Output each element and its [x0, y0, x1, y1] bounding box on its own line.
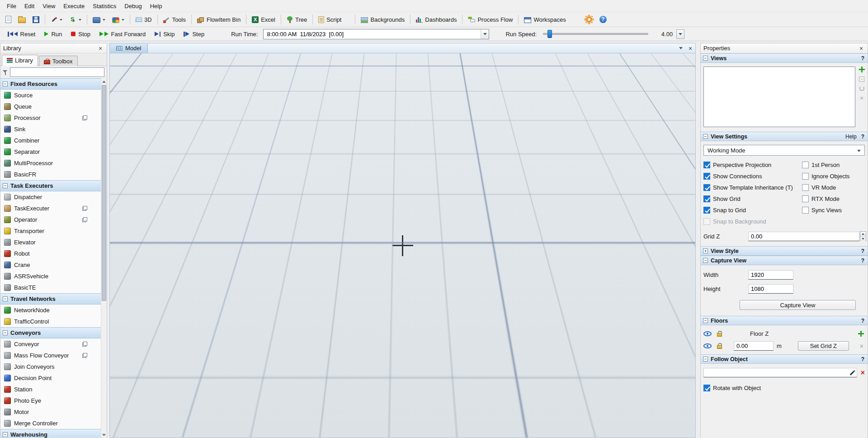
library-row[interactable]: Crane [0, 259, 101, 271]
checkbox[interactable] [802, 184, 809, 191]
copy-variant-icon[interactable] [82, 342, 87, 347]
scroll-down-icon[interactable] [101, 432, 107, 438]
add-floor-icon[interactable] [858, 331, 864, 337]
checkbox-row[interactable]: Snap to Background [703, 216, 801, 227]
scroll-up-icon[interactable] [101, 78, 107, 85]
tree-button[interactable]: Tree [283, 14, 310, 25]
library-row[interactable]: Task Executers [0, 180, 101, 191]
copy-variant-icon[interactable] [82, 217, 87, 222]
run-time-input[interactable] [263, 29, 489, 39]
process-flow-button[interactable]: Process Flow [465, 14, 516, 25]
reset-button[interactable]: Reset [4, 29, 39, 40]
dashboards-button[interactable]: Dashboards [413, 14, 460, 25]
dropdown-arrow-icon[interactable] [79, 19, 81, 22]
scrollbar-thumb[interactable] [102, 85, 106, 301]
library-row[interactable]: Transporter [0, 225, 101, 237]
library-row[interactable]: Join Conveyors [0, 361, 101, 372]
tab-list-dropdown-icon[interactable] [676, 43, 685, 53]
excel-button[interactable]: Excel [249, 14, 278, 25]
rotate-with-object-row[interactable]: Rotate with Object [703, 385, 865, 391]
copy-variant-icon[interactable] [82, 115, 87, 120]
help-icon[interactable]: ? [860, 356, 865, 362]
library-row[interactable]: TrafficControl [0, 316, 101, 327]
checkbox-row[interactable]: Perspective Projection [703, 159, 801, 171]
collapse-section-icon[interactable] [3, 296, 8, 301]
fast-forward-button[interactable]: Fast Forward [95, 29, 150, 40]
checkbox-row[interactable]: Ignore Objects [802, 171, 867, 182]
model-3d-viewport[interactable] [109, 53, 696, 438]
collapse-section-icon[interactable] [3, 330, 8, 335]
visibility-eye-icon[interactable] [703, 343, 712, 348]
library-row[interactable]: Elevator [0, 237, 101, 248]
checkbox[interactable] [802, 207, 809, 214]
library-row[interactable]: Station [0, 384, 101, 395]
collapse-section-icon[interactable] [3, 183, 8, 188]
checkbox-row[interactable]: Show Template Inheritance (T) [703, 182, 801, 193]
capture-height-input[interactable] [748, 284, 793, 294]
library-row[interactable]: Combiner [0, 135, 101, 146]
floor-z-input[interactable] [734, 341, 774, 351]
checkbox[interactable] [802, 162, 809, 168]
close-library-icon[interactable] [97, 45, 104, 52]
dropdown-arrow-icon[interactable] [103, 19, 105, 22]
backgrounds-button[interactable]: Backgrounds [358, 14, 408, 25]
view-mode-select[interactable]: Working Mode [703, 145, 865, 156]
floors-section-header[interactable]: Floors ? [701, 316, 868, 325]
library-row[interactable]: Queue [0, 101, 101, 112]
delete-floor-icon[interactable] [860, 343, 863, 349]
help-icon[interactable]: ? [860, 133, 865, 140]
view-style-section-header[interactable]: View Style ? [701, 246, 868, 256]
help-icon[interactable]: ? [860, 257, 865, 264]
library-row[interactable]: Travel Networks [0, 293, 101, 305]
clear-follow-icon[interactable] [861, 369, 865, 376]
checkbox[interactable] [703, 207, 710, 214]
lock-icon[interactable] [717, 345, 722, 349]
tools-button[interactable]: Tools [160, 14, 189, 25]
views-list[interactable] [703, 67, 855, 127]
run-button[interactable]: Run [40, 29, 66, 40]
collapse-section-icon[interactable] [3, 81, 8, 86]
menu-item[interactable]: View [38, 1, 59, 11]
help-icon[interactable]: ? [860, 248, 865, 254]
checkbox-row[interactable]: Show Connections [703, 171, 801, 182]
connect-objects-button[interactable] [66, 14, 85, 25]
library-row[interactable]: Separator [0, 146, 101, 157]
capture-view-section-header[interactable]: Capture View ? [701, 256, 868, 265]
object-color-button[interactable] [90, 14, 108, 25]
dropdown-arrow-icon[interactable] [60, 19, 62, 22]
run-time-dropdown-icon[interactable] [481, 29, 489, 39]
lock-icon[interactable] [717, 333, 722, 337]
follow-target-input[interactable] [703, 368, 857, 377]
menu-item[interactable]: File [3, 1, 20, 11]
help-button[interactable] [596, 14, 610, 25]
checkbox[interactable] [703, 162, 710, 168]
checkbox[interactable] [802, 195, 809, 202]
add-view-icon[interactable] [859, 67, 865, 72]
sampler-icon[interactable] [849, 370, 855, 376]
view-settings-section-header[interactable]: View Settings Help ? [701, 132, 868, 141]
follow-object-section-header[interactable]: Follow Object ? [701, 354, 868, 364]
slider-thumb[interactable] [547, 30, 552, 38]
checkbox[interactable] [703, 218, 710, 225]
checkbox-row[interactable]: VR Mode [802, 182, 867, 193]
checkbox[interactable] [703, 385, 710, 391]
collapse-icon[interactable] [703, 357, 708, 362]
menu-item[interactable]: Execute [59, 1, 89, 11]
checkbox-row[interactable]: Sync Views [802, 205, 867, 216]
palette-button[interactable] [109, 14, 127, 25]
library-row[interactable]: BasicFR [0, 169, 101, 180]
visibility-eye-icon[interactable] [703, 331, 712, 336]
new-model-button[interactable] [2, 14, 14, 25]
menu-item[interactable]: Edit [20, 1, 38, 11]
checkbox-row[interactable]: RTX Mode [802, 193, 867, 205]
capture-width-input[interactable] [748, 270, 793, 280]
tab-model[interactable]: Model [110, 43, 148, 53]
library-row[interactable]: Dispatcher [0, 191, 101, 203]
library-row[interactable]: NetworkNode [0, 305, 101, 316]
update-view-icon[interactable] [859, 86, 864, 91]
run-speed-dropdown-icon[interactable] [676, 29, 684, 39]
library-row[interactable]: Conveyors [0, 327, 101, 338]
help-link[interactable]: Help [845, 133, 857, 140]
library-row[interactable]: Mass Flow Conveyor [0, 350, 101, 361]
dropdown-arrow-icon[interactable] [122, 19, 124, 22]
